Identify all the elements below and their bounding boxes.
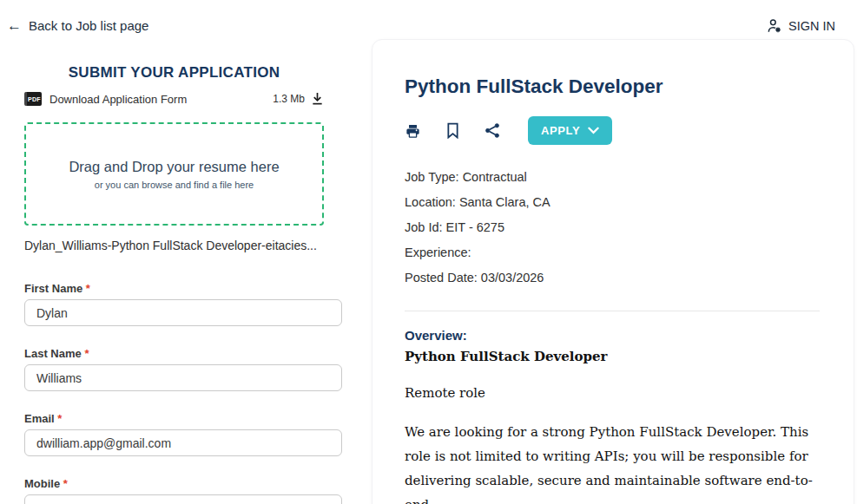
section-divider <box>405 311 820 311</box>
overview-heading: Overview: <box>405 328 818 343</box>
remote-note: Remote role <box>405 385 818 401</box>
sign-in-button[interactable]: SIGN IN <box>766 17 835 35</box>
job-details-list: Job Type: Contractual Location: Santa Cl… <box>405 165 818 291</box>
download-application-row: PDF Download Application Form 1.3 Mb <box>24 92 324 106</box>
job-type: Job Type: Contractual <box>405 165 818 190</box>
job-location: Location: Santa Clara, CA <box>405 190 818 215</box>
dropzone-title: Drag and Drop your resume here <box>69 159 279 175</box>
overview-subheading: Python FullStack Developer <box>405 349 818 364</box>
required-asterisk: * <box>63 477 68 490</box>
job-description: We are looking for a strong Python FullS… <box>405 420 821 504</box>
job-title: Python FullStack Developer <box>405 75 818 98</box>
required-asterisk: * <box>57 412 62 425</box>
print-icon[interactable] <box>405 123 421 139</box>
mobile-input[interactable] <box>24 494 342 504</box>
apply-button[interactable]: APPLY <box>528 116 612 145</box>
job-id: Job Id: EIT - 6275 <box>405 215 818 240</box>
pdf-icon: PDF <box>24 92 42 106</box>
required-asterisk: * <box>84 347 89 360</box>
mobile-label-text: Mobile <box>24 477 60 490</box>
sign-in-label: SIGN IN <box>788 19 835 33</box>
uploaded-file-name: Dylan_Williams-Python FullStack Develope… <box>24 239 337 252</box>
last-name-input[interactable] <box>24 364 342 391</box>
email-field: Email * <box>24 412 342 456</box>
job-posted-date: Posted Date: 03/03/2026 <box>405 265 818 291</box>
back-arrow-icon: ← <box>7 18 22 33</box>
apply-button-label: APPLY <box>541 124 580 137</box>
first-name-label: First Name * <box>24 282 342 295</box>
first-name-input[interactable] <box>24 299 342 326</box>
required-asterisk: * <box>86 282 90 295</box>
file-size-label: 1.3 Mb <box>273 93 305 105</box>
email-label: Email * <box>24 412 342 425</box>
mobile-field: Mobile * <box>24 477 342 504</box>
bookmark-icon[interactable] <box>446 122 459 139</box>
application-title: SUBMIT YOUR APPLICATION <box>24 64 324 82</box>
share-icon[interactable] <box>485 122 500 139</box>
email-label-text: Email <box>24 412 55 425</box>
mobile-label: Mobile * <box>24 477 342 490</box>
job-detail-card: Python FullStack Developer <box>372 39 854 504</box>
last-name-label: Last Name * <box>24 347 342 360</box>
back-to-job-list-link[interactable]: ← Back to Job list page <box>7 18 148 33</box>
email-input[interactable] <box>24 429 342 456</box>
first-name-label-text: First Name <box>24 282 82 295</box>
last-name-field: Last Name * <box>24 347 342 391</box>
back-link-label: Back to Job list page <box>29 18 148 33</box>
first-name-field: First Name * <box>24 282 342 326</box>
job-action-row: APPLY <box>405 116 818 145</box>
download-icon[interactable] <box>311 92 324 106</box>
user-gear-icon <box>766 17 783 35</box>
dropzone-subtitle: or you can browse and find a file here <box>95 180 254 190</box>
resume-dropzone[interactable]: Drag and Drop your resume here or you ca… <box>24 122 324 226</box>
application-panel: SUBMIT YOUR APPLICATION PDF Download App… <box>24 64 342 504</box>
chevron-down-icon <box>588 127 599 134</box>
last-name-label-text: Last Name <box>24 347 82 360</box>
download-form-link[interactable]: Download Application Form <box>49 93 187 106</box>
job-experience: Experience: <box>405 240 818 265</box>
